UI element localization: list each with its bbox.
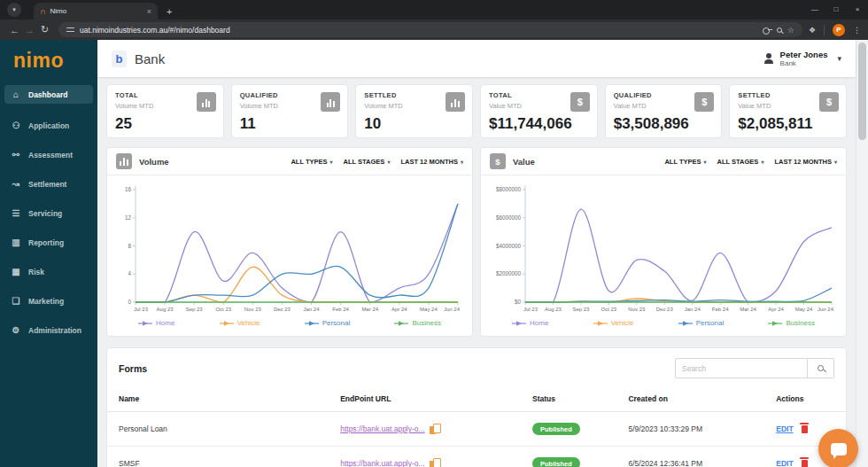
browser-window: ▾ ∩ Nimo × + — □ × ← → ↻ uat.nimoindustr… bbox=[0, 0, 868, 467]
legend-item[interactable]: Home bbox=[512, 319, 548, 327]
bookmark-star-icon[interactable]: ☆ bbox=[787, 26, 794, 35]
filter-all-types[interactable]: ALL TYPES▾ bbox=[664, 158, 706, 166]
endpoint-url-link[interactable]: https://bank.uat.apply-o... bbox=[340, 459, 424, 467]
sidebar-item-assessment[interactable]: ⚯ Assessment bbox=[4, 145, 93, 164]
legend-item[interactable]: Home bbox=[138, 319, 174, 327]
stat-value: 10 bbox=[364, 115, 464, 133]
svg-text:Mar 24: Mar 24 bbox=[361, 307, 378, 312]
address-bar[interactable]: uat.nimoindustries.com.au/#/nimo/dashboa… bbox=[58, 22, 802, 37]
chevron-down-icon: ▾ bbox=[330, 159, 333, 165]
page-scrollbar[interactable] bbox=[856, 40, 868, 467]
search-button[interactable] bbox=[808, 358, 834, 378]
scrollbar-thumb[interactable] bbox=[858, 43, 866, 140]
legend-marker-icon bbox=[593, 320, 608, 327]
legend-item[interactable]: Business bbox=[768, 319, 814, 327]
copy-icon[interactable] bbox=[430, 424, 441, 435]
forms-table: Name EndPoint URL Status Created on Acti… bbox=[107, 388, 846, 467]
url-text[interactable]: uat.nimoindustries.com.au/#/nimo/dashboa… bbox=[80, 26, 757, 35]
copy-icon[interactable] bbox=[430, 458, 441, 467]
tab-search-button[interactable]: ▾ bbox=[7, 3, 21, 17]
sidebar-item-marketing[interactable]: ❏ Marketing bbox=[4, 292, 93, 310]
sidebar-item-application[interactable]: ⚇ Application bbox=[4, 116, 93, 135]
sidebar-item-reporting[interactable]: ▥ Reporting bbox=[4, 233, 93, 252]
delete-trash-icon[interactable] bbox=[802, 425, 808, 433]
zoom-magnifier-icon[interactable] bbox=[777, 27, 782, 33]
users-icon: ⚇ bbox=[11, 121, 21, 130]
column-header-status: Status bbox=[521, 388, 616, 412]
charts-row: Volume ALL TYPES▾ ALL STAGES▾ LAST 12 MO… bbox=[106, 147, 847, 337]
tab-close-button[interactable]: × bbox=[147, 7, 151, 16]
svg-text:Jun 24: Jun 24 bbox=[444, 307, 461, 312]
status-badge: Published bbox=[532, 457, 580, 467]
filter-last-12-months[interactable]: LAST 12 MONTHS▾ bbox=[774, 158, 837, 166]
edit-link[interactable]: EDIT bbox=[776, 459, 793, 467]
legend-item[interactable]: Vehicle bbox=[593, 319, 634, 327]
sidebar-item-settlement[interactable]: ↝ Settlement bbox=[4, 175, 93, 193]
legend-label: Business bbox=[412, 319, 440, 327]
svg-text:Jan 24: Jan 24 bbox=[685, 307, 701, 312]
legend-item[interactable]: Personal bbox=[305, 319, 351, 327]
table-row: Personal Loan https://bank.uat.apply-o..… bbox=[107, 412, 846, 447]
extensions-icon[interactable]: ❖ bbox=[809, 26, 816, 35]
user-menu[interactable]: Peter Jones Bank ▾ bbox=[763, 50, 841, 67]
svg-text:Aug 23: Aug 23 bbox=[157, 307, 174, 312]
stat-value: $3,508,896 bbox=[614, 115, 714, 133]
minimize-button[interactable]: — bbox=[804, 0, 825, 19]
legend-item[interactable]: Personal bbox=[678, 319, 725, 327]
forward-button[interactable]: → bbox=[22, 25, 37, 35]
reload-button[interactable]: ↻ bbox=[37, 24, 52, 35]
new-tab-button[interactable]: + bbox=[167, 6, 172, 17]
svg-text:Nov 23: Nov 23 bbox=[244, 307, 262, 312]
filter-all-types[interactable]: ALL TYPES▾ bbox=[291, 158, 332, 166]
browser-toolbar: ← → ↻ uat.nimoindustries.com.au/#/nimo/d… bbox=[0, 19, 868, 40]
forms-panel: Forms Name EndPoint URL Status bbox=[106, 347, 847, 467]
edit-link[interactable]: EDIT bbox=[776, 424, 793, 433]
svg-text:$0: $0 bbox=[515, 299, 522, 305]
value-chart-legend: HomeVehiclePersonalBusiness bbox=[481, 315, 846, 336]
site-info-icon[interactable] bbox=[66, 27, 74, 33]
maximize-button[interactable]: □ bbox=[825, 0, 847, 19]
sidebar-item-dashboard[interactable]: ⌂ Dashboard bbox=[4, 85, 93, 104]
browser-tab[interactable]: ∩ Nimo × bbox=[34, 3, 158, 19]
svg-text:4: 4 bbox=[128, 270, 131, 276]
sidebar-item-label: Assessment bbox=[28, 151, 73, 160]
chat-widget-button[interactable] bbox=[818, 429, 858, 467]
home-icon: ⌂ bbox=[11, 90, 21, 99]
filter-all-stages[interactable]: ALL STAGES▾ bbox=[717, 158, 764, 166]
svg-text:May 24: May 24 bbox=[795, 307, 813, 312]
menu-kebab-icon[interactable]: ⋮ bbox=[853, 26, 861, 35]
svg-text:Sep 23: Sep 23 bbox=[572, 307, 590, 312]
legend-item[interactable]: Vehicle bbox=[220, 319, 260, 327]
sidebar: nimo ⌂ Dashboard ⚇ Application ⚯ Assessm… bbox=[0, 40, 97, 467]
endpoint-url-link[interactable]: https://bank.uat.apply-o... bbox=[340, 424, 424, 433]
sidebar-item-servicing[interactable]: ☰ Servicing bbox=[4, 204, 93, 222]
chevron-down-icon: ▾ bbox=[704, 159, 707, 165]
svg-text:Nov 23: Nov 23 bbox=[628, 307, 646, 312]
legend-marker-icon bbox=[768, 320, 782, 327]
search-icon bbox=[818, 365, 824, 371]
password-key-icon[interactable] bbox=[763, 27, 771, 33]
svg-text:Dec 23: Dec 23 bbox=[274, 307, 291, 312]
profile-avatar[interactable]: P bbox=[833, 24, 845, 36]
svg-text:$2000000: $2000000 bbox=[496, 270, 522, 276]
svg-text:May 24: May 24 bbox=[420, 307, 438, 312]
filter-last-12-months[interactable]: LAST 12 MONTHS▾ bbox=[400, 158, 463, 166]
close-button[interactable]: × bbox=[847, 0, 868, 19]
sidebar-item-label: Risk bbox=[28, 268, 44, 276]
stat-card-total-volume: TOTAL Volume MTD 25 bbox=[106, 84, 224, 138]
sidebar-item-risk[interactable]: ▦ Risk bbox=[4, 262, 93, 281]
filter-all-stages[interactable]: ALL STAGES▾ bbox=[344, 158, 391, 166]
search-input[interactable] bbox=[675, 358, 808, 378]
back-button[interactable]: ← bbox=[7, 25, 22, 35]
panel-title: Volume bbox=[139, 157, 169, 167]
forms-title: Forms bbox=[119, 363, 147, 374]
svg-text:Apr 24: Apr 24 bbox=[391, 307, 407, 312]
legend-marker-icon bbox=[138, 320, 152, 327]
sidebar-item-label: Reporting bbox=[28, 238, 64, 247]
sidebar-item-label: Settlement bbox=[28, 180, 66, 189]
sidebar-item-administration[interactable]: ⚙ Administration bbox=[4, 321, 93, 339]
gear-icon: ⚙ bbox=[11, 325, 21, 335]
legend-item[interactable]: Business bbox=[394, 319, 440, 327]
delete-trash-icon[interactable] bbox=[802, 460, 808, 467]
sidebar-item-label: Marketing bbox=[28, 297, 64, 306]
